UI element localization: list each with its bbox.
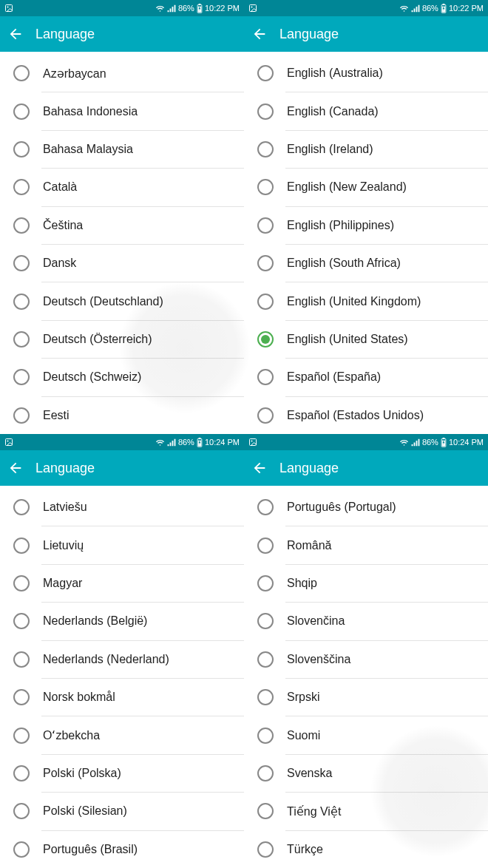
language-option[interactable]: Nederlands (België) bbox=[0, 603, 244, 640]
language-label: Slovenščina bbox=[287, 653, 350, 666]
language-option[interactable]: Português (Portugal) bbox=[244, 489, 488, 526]
language-label: Nederlands (Nederland) bbox=[43, 653, 169, 666]
radio-button[interactable] bbox=[257, 179, 274, 195]
language-option[interactable]: Català bbox=[0, 169, 244, 206]
radio-button[interactable] bbox=[13, 651, 30, 668]
radio-button[interactable] bbox=[13, 689, 30, 705]
wifi-icon bbox=[155, 438, 165, 447]
language-option[interactable]: Polski (Silesian) bbox=[0, 793, 244, 830]
radio-button[interactable] bbox=[13, 803, 30, 819]
language-option[interactable]: Eesti bbox=[0, 397, 244, 434]
language-label: Slovenčina bbox=[287, 614, 345, 628]
language-option[interactable]: Bahasa Malaysia bbox=[0, 131, 244, 168]
radio-button[interactable] bbox=[257, 141, 274, 157]
radio-button[interactable] bbox=[257, 651, 274, 668]
radio-button[interactable] bbox=[257, 841, 274, 858]
language-label: Español (España) bbox=[287, 370, 381, 384]
language-option[interactable]: Polski (Polska) bbox=[0, 755, 244, 792]
language-option[interactable]: Dansk bbox=[0, 245, 244, 282]
language-option[interactable]: Azərbaycan bbox=[0, 55, 244, 92]
language-list[interactable]: LatviešuLietuviųMagyarNederlands (België… bbox=[0, 486, 244, 868]
radio-button[interactable] bbox=[13, 65, 30, 81]
radio-button[interactable] bbox=[13, 217, 30, 234]
language-option[interactable]: Deutsch (Schweiz) bbox=[0, 359, 244, 396]
language-option[interactable]: Español (Estados Unidos) bbox=[244, 397, 488, 434]
language-option[interactable]: Lietuvių bbox=[0, 526, 244, 563]
language-option[interactable]: English (New Zealand) bbox=[244, 169, 488, 206]
language-list[interactable]: English (Australia)English (Canada)Engli… bbox=[244, 52, 488, 434]
back-icon[interactable] bbox=[251, 460, 268, 476]
language-option[interactable]: Deutsch (Österreich) bbox=[0, 321, 244, 358]
radio-button[interactable] bbox=[13, 141, 30, 157]
radio-button[interactable] bbox=[13, 255, 30, 271]
app-bar: Language bbox=[0, 16, 244, 52]
app-bar: Language bbox=[0, 450, 244, 486]
language-option[interactable]: English (South Africa) bbox=[244, 245, 488, 282]
language-option[interactable]: Română bbox=[244, 526, 488, 563]
radio-button[interactable] bbox=[257, 499, 274, 515]
radio-button[interactable] bbox=[257, 575, 274, 591]
radio-button[interactable] bbox=[257, 331, 274, 347]
radio-button[interactable] bbox=[13, 499, 30, 515]
language-option[interactable]: Oʻzbekcha bbox=[0, 716, 244, 753]
radio-button[interactable] bbox=[13, 575, 30, 591]
language-option[interactable]: Suomi bbox=[244, 716, 488, 753]
back-icon[interactable] bbox=[7, 460, 24, 476]
radio-button[interactable] bbox=[257, 689, 274, 705]
radio-button[interactable] bbox=[13, 331, 30, 347]
radio-button[interactable] bbox=[13, 179, 30, 195]
radio-button[interactable] bbox=[13, 538, 30, 554]
radio-button[interactable] bbox=[257, 217, 274, 234]
language-option[interactable]: Türkçe bbox=[244, 831, 488, 868]
language-option[interactable]: Nederlands (Nederland) bbox=[0, 641, 244, 678]
radio-button[interactable] bbox=[257, 369, 274, 385]
radio-button[interactable] bbox=[257, 65, 274, 81]
language-option[interactable]: Bahasa Indonesia bbox=[0, 92, 244, 129]
app-bar: Language bbox=[244, 450, 488, 486]
language-panel: 86% 10:24 PM LanguageLatviešuLietuviųMag… bbox=[0, 434, 244, 868]
radio-button[interactable] bbox=[257, 407, 274, 424]
language-label: Nederlands (België) bbox=[43, 614, 147, 628]
radio-button[interactable] bbox=[257, 294, 274, 310]
language-option[interactable]: Latviešu bbox=[0, 489, 244, 526]
language-option[interactable]: Norsk bokmål bbox=[0, 679, 244, 716]
radio-button[interactable] bbox=[257, 104, 274, 120]
radio-button[interactable] bbox=[257, 255, 274, 271]
radio-button[interactable] bbox=[13, 104, 30, 120]
language-option[interactable]: English (Canada) bbox=[244, 92, 488, 129]
language-option[interactable]: Slovenščina bbox=[244, 641, 488, 678]
radio-button[interactable] bbox=[13, 728, 30, 744]
radio-button[interactable] bbox=[13, 765, 30, 781]
radio-button[interactable] bbox=[13, 841, 30, 858]
language-option[interactable]: Srpski bbox=[244, 679, 488, 716]
language-option[interactable]: English (Ireland) bbox=[244, 131, 488, 168]
language-option[interactable]: English (Philippines) bbox=[244, 207, 488, 244]
radio-button[interactable] bbox=[13, 369, 30, 385]
radio-button[interactable] bbox=[13, 613, 30, 629]
language-option[interactable]: Português (Brasil) bbox=[0, 831, 244, 868]
language-option[interactable]: Tiếng Việt bbox=[244, 793, 488, 830]
back-icon[interactable] bbox=[251, 26, 268, 42]
radio-button[interactable] bbox=[13, 294, 30, 310]
language-option[interactable]: Shqip bbox=[244, 565, 488, 602]
language-option[interactable]: Magyar bbox=[0, 565, 244, 602]
radio-button[interactable] bbox=[257, 538, 274, 554]
svg-point-1 bbox=[7, 7, 9, 8]
radio-button[interactable] bbox=[257, 728, 274, 744]
language-option[interactable]: Čeština bbox=[0, 207, 244, 244]
radio-button[interactable] bbox=[13, 407, 30, 424]
language-option[interactable]: Svenska bbox=[244, 755, 488, 792]
radio-button[interactable] bbox=[257, 613, 274, 629]
language-option[interactable]: Deutsch (Deutschland) bbox=[0, 282, 244, 319]
radio-button[interactable] bbox=[257, 803, 274, 819]
back-icon[interactable] bbox=[7, 26, 24, 42]
language-option[interactable]: English (United Kingdom) bbox=[244, 282, 488, 319]
radio-button[interactable] bbox=[257, 765, 274, 781]
language-option[interactable]: English (Australia) bbox=[244, 55, 488, 92]
language-option[interactable]: English (United States) bbox=[244, 321, 488, 358]
language-option[interactable]: Español (España) bbox=[244, 359, 488, 396]
svg-rect-15 bbox=[250, 439, 257, 446]
language-option[interactable]: Slovenčina bbox=[244, 603, 488, 640]
language-list[interactable]: Português (Portugal)RomânăShqipSlovenčin… bbox=[244, 486, 488, 868]
language-list[interactable]: AzərbaycanBahasa IndonesiaBahasa Malaysi… bbox=[0, 52, 244, 434]
